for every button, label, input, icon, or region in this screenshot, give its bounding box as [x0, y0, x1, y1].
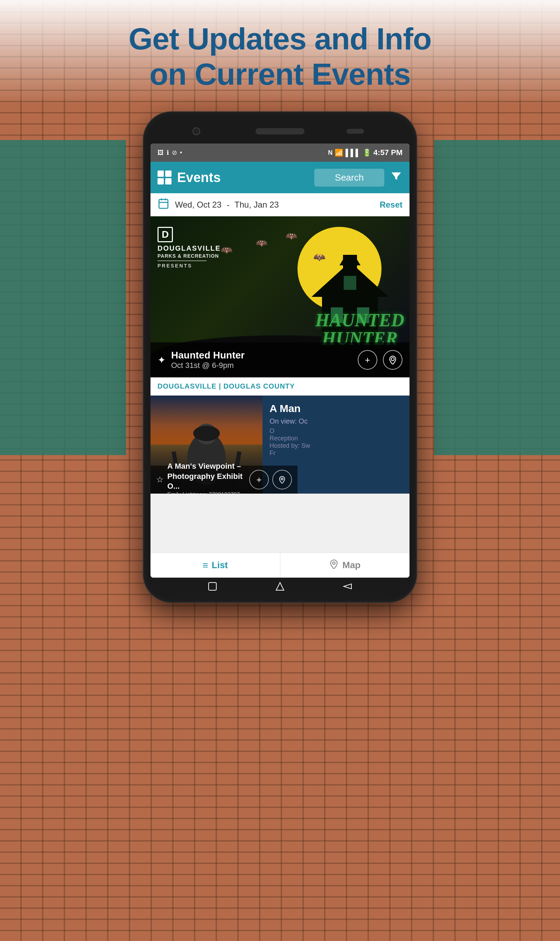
nfc-icon: N — [328, 149, 332, 157]
bottom-navigation: ≡ List Map — [151, 553, 409, 578]
bat-2: 🦇 — [285, 230, 297, 242]
map-event-button[interactable] — [383, 350, 403, 370]
svg-marker-21 — [276, 582, 284, 590]
org-logo: D DOUGLASVILLE PARKS & RECREATION PRESEN… — [157, 227, 221, 269]
headline: Get Updates and Info on Current Events — [0, 21, 560, 92]
phone-back-square-button[interactable] — [206, 580, 219, 593]
detail-reception: Reception — [269, 435, 403, 442]
map-nav-icon — [329, 559, 339, 571]
photo-icon: 🖼 — [157, 149, 164, 157]
phone-outer-shell: 🖼 ℹ ⊘ • N 📶 ▌▌▌ 🔋 4:57 PM — [143, 112, 417, 602]
svg-marker-7 — [340, 255, 360, 265]
second-event-card[interactable]: A Man On view: Oc O Reception Hosted by:… — [151, 396, 409, 494]
featured-card-footer: ✦ Haunted Hunter Oct 31st @ 6-9pm + — [151, 342, 409, 377]
list-nav-icon: ≡ — [202, 560, 208, 571]
signal-icon: ▌▌▌ — [345, 149, 360, 157]
bookmark-icon[interactable]: ☆ — [156, 475, 164, 485]
grid-menu-icon[interactable] — [157, 171, 171, 185]
app-header: Events Search — [151, 162, 409, 193]
event-row-text: A Man's Viewpoint – Photography Exhibit … — [167, 461, 246, 494]
bat-4: 🦇 — [220, 244, 233, 256]
wifi-status-icon: ⊘ — [172, 149, 177, 157]
section-label: DOUGLASVILLE | DOUGLAS COUNTY — [151, 377, 409, 396]
map-nav-label: Map — [342, 560, 360, 571]
filter-icon[interactable] — [390, 170, 403, 185]
detail-opening: O — [269, 427, 403, 435]
events-list: 🦇 🦇 🦇 🦇 — [151, 216, 409, 553]
phone-back-button[interactable] — [341, 580, 354, 593]
status-time: 4:57 PM — [374, 148, 403, 157]
detail-hosted-sub: Fr — [269, 450, 403, 457]
featured-card-actions: + — [358, 350, 403, 370]
headline-line2: on Current Events — [149, 57, 411, 91]
window-left — [0, 140, 126, 455]
svg-point-12 — [391, 358, 394, 361]
logo-org-sub: PARKS & RECREATION — [157, 253, 221, 259]
add-event-button[interactable]: + — [358, 350, 377, 370]
event-row-subtitle: Emily Lightman: 7709193797 — [167, 491, 246, 494]
phone-device: 🖼 ℹ ⊘ • N 📶 ▌▌▌ 🔋 4:57 PM — [143, 112, 417, 602]
date-range-start: Wed, Oct 23 - Thu, Jan 23 — [175, 200, 374, 210]
featured-event-title: Haunted Hunter — [171, 350, 352, 361]
page-title: Events — [177, 170, 309, 185]
featured-event-info: Haunted Hunter Oct 31st @ 6-9pm — [171, 350, 352, 370]
search-box[interactable]: Search — [314, 169, 384, 186]
nav-tab-map[interactable]: Map — [280, 553, 410, 578]
svg-point-19 — [333, 562, 335, 564]
logo-org-name: DOUGLASVILLE — [157, 244, 221, 253]
phone-screen: 🖼 ℹ ⊘ • N 📶 ▌▌▌ 🔋 4:57 PM — [151, 143, 409, 578]
info-icon: ℹ — [166, 149, 169, 157]
calendar-icon[interactable] — [157, 197, 169, 212]
detail-on-view: On view: Oc — [269, 417, 403, 425]
featured-event-date: Oct 31st @ 6-9pm — [171, 361, 352, 370]
phone-speaker — [255, 128, 305, 134]
event-row-footer: ☆ A Man's Viewpoint – Photography Exhibi… — [151, 466, 297, 494]
svg-rect-20 — [209, 582, 216, 590]
phone-sensor — [346, 129, 364, 134]
map-second-event-button[interactable] — [272, 470, 292, 490]
status-left-icons: 🖼 ℹ ⊘ • — [157, 149, 182, 157]
nav-tab-list[interactable]: ≡ List — [151, 553, 280, 578]
list-nav-label: List — [212, 560, 228, 571]
svg-marker-22 — [344, 584, 351, 589]
window-right — [434, 140, 560, 455]
logo-d-letter: D — [162, 228, 169, 241]
phone-bottom-bar — [151, 578, 409, 595]
wifi-icon: 📶 — [335, 148, 343, 157]
phone-home-button[interactable] — [274, 580, 286, 593]
detail-title: A Man — [269, 403, 403, 414]
reset-button[interactable]: Reset — [380, 200, 403, 210]
phone-camera — [192, 128, 200, 135]
grid-cell-3 — [157, 178, 164, 185]
event-sparkle-icon: ✦ — [157, 354, 166, 366]
search-label: Search — [335, 172, 364, 183]
detail-hosted: Hosted by: Sw — [269, 442, 403, 450]
dot-icon: • — [180, 149, 182, 157]
battery-icon: 🔋 — [363, 148, 371, 157]
bat-1: 🦇 — [255, 237, 268, 249]
grid-cell-1 — [157, 171, 164, 177]
grid-cell-4 — [165, 178, 171, 185]
headline-line1: Get Updates and Info — [129, 22, 432, 56]
grid-cell-2 — [165, 171, 171, 177]
featured-event-card[interactable]: 🦇 🦇 🦇 🦇 — [151, 216, 409, 377]
haunted-line1: HAUNTED — [315, 311, 404, 330]
status-bar: 🖼 ℹ ⊘ • N 📶 ▌▌▌ 🔋 4:57 PM — [151, 143, 409, 162]
svg-rect-10 — [344, 276, 356, 290]
svg-point-18 — [281, 478, 283, 480]
status-right-icons: N 📶 ▌▌▌ 🔋 4:57 PM — [328, 148, 403, 157]
svg-rect-0 — [159, 199, 168, 208]
date-filter-bar: Wed, Oct 23 - Thu, Jan 23 Reset — [151, 193, 409, 216]
logo-presents: PRESENTS — [157, 263, 221, 269]
event-row-title: A Man's Viewpoint – Photography Exhibit … — [167, 461, 246, 491]
date-separator: - — [227, 200, 229, 209]
add-second-event-button[interactable]: + — [249, 470, 269, 490]
svg-point-15 — [193, 426, 220, 441]
phone-top-bar — [151, 119, 409, 143]
